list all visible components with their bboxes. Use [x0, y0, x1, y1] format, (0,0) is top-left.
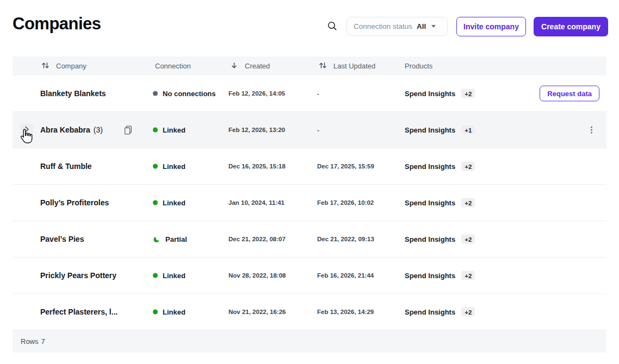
column-label: Created: [245, 62, 270, 70]
more-products-badge[interactable]: +1: [461, 125, 475, 135]
last-updated-date: Feb 16, 2026, 21:44: [317, 272, 374, 279]
more-products-badge[interactable]: +2: [461, 198, 475, 208]
connection-status: Linked: [153, 199, 185, 207]
row-menu-kebab-icon[interactable]: [587, 124, 596, 136]
connection-status: Linked: [153, 162, 185, 171]
filter-label: Connection status: [354, 22, 412, 30]
rows-count: 7: [41, 337, 45, 346]
more-products-badge[interactable]: +2: [461, 271, 475, 280]
created-date: Feb 12, 2026, 13:20: [228, 127, 285, 133]
created-date: Nov 28, 2022, 18:08: [228, 272, 286, 279]
status-label: Partial: [165, 235, 187, 243]
sort-both-icon[interactable]: [41, 61, 49, 71]
table-row[interactable]: Ruff & Tumble Linked Dec 16, 2025, 15:18…: [13, 148, 606, 185]
column-label: Last Updated: [333, 62, 375, 70]
created-date: Dec 16, 2025, 15:18: [228, 163, 286, 170]
connection-status: Partial: [153, 235, 187, 243]
connection-status: Linked: [153, 126, 185, 134]
created-date: Nov 21, 2022, 16:26: [228, 309, 286, 315]
products-cell: Spend Insights +2: [405, 235, 475, 244]
expand-row-button[interactable]: [20, 123, 33, 136]
gray-dot-icon: [153, 91, 158, 96]
search-icon: [327, 21, 337, 33]
table-footer: Rows 7: [13, 330, 606, 353]
connection-status: No connections: [153, 90, 216, 98]
column-header-products: Products: [405, 57, 432, 76]
last-updated-date: -: [317, 127, 319, 133]
last-updated-date: -: [317, 90, 319, 97]
more-products-badge[interactable]: +2: [461, 89, 475, 98]
more-products-badge[interactable]: +2: [461, 235, 475, 244]
companies-table: Company Connection Created L: [13, 57, 606, 353]
products-cell: Spend Insights +2: [405, 198, 475, 208]
status-label: Linked: [163, 199, 185, 207]
products-cell: Spend Insights +1: [405, 125, 475, 135]
product-label: Spend Insights: [405, 90, 455, 98]
last-updated-date: Feb 13, 2026, 14:29: [317, 309, 374, 315]
column-label: Products: [405, 62, 432, 70]
column-label: Connection: [155, 62, 191, 70]
company-name: Abra Kebabra(3): [40, 125, 103, 134]
created-date: Feb 12, 2026, 14:05: [228, 90, 285, 97]
create-company-button[interactable]: Create company: [534, 17, 608, 36]
last-updated-date: Feb 17, 2026, 10:02: [317, 199, 374, 206]
copy-icon[interactable]: [123, 125, 133, 135]
company-name: Ruff & Tumble: [40, 162, 92, 171]
connection-status: Linked: [153, 308, 185, 316]
green-dot-icon: [153, 164, 158, 169]
table-row[interactable]: Perfect Plasterers, l... Linked Nov 21, …: [13, 294, 606, 330]
green-crescent-icon: [153, 235, 160, 243]
product-label: Spend Insights: [405, 162, 455, 171]
green-dot-icon: [153, 128, 158, 133]
request-data-button[interactable]: Request data: [540, 86, 599, 102]
companies-page: Companies Connection status All Invite c…: [0, 0, 619, 364]
table-row[interactable]: Polly’s Profiteroles Linked Jan 10, 2024…: [13, 185, 606, 221]
products-cell: Spend Insights +2: [405, 307, 475, 317]
company-name: Blankety Blankets: [40, 89, 106, 98]
table-row[interactable]: Prickly Pears Pottery Linked Nov 28, 202…: [13, 258, 606, 294]
table-header-row: Company Connection Created L: [13, 57, 606, 76]
page-title: Companies: [13, 14, 101, 34]
linked-count: (3): [94, 125, 103, 134]
created-date: Dec 21, 2022, 08:07: [228, 236, 286, 242]
status-label: Linked: [163, 272, 185, 280]
column-label: Company: [56, 62, 86, 70]
connection-status-filter[interactable]: Connection status All: [346, 17, 448, 36]
table-row[interactable]: Blankety Blankets No connections Feb 12,…: [13, 76, 606, 112]
table-row[interactable]: Pavel’s Pies Partial Dec 21, 2022, 08:07…: [13, 221, 606, 258]
column-header-created[interactable]: Created: [230, 57, 270, 76]
invite-company-button[interactable]: Invite company: [456, 17, 526, 36]
green-dot-icon: [153, 200, 158, 205]
company-name: Pavel’s Pies: [40, 235, 84, 243]
chevron-down-icon: [431, 25, 436, 28]
product-label: Spend Insights: [405, 308, 455, 316]
connection-status: Linked: [153, 272, 185, 280]
status-label: Linked: [163, 126, 185, 134]
products-cell: Spend Insights +2: [405, 271, 475, 280]
sort-down-icon[interactable]: [230, 61, 238, 71]
created-date: Jan 10, 2024, 11:41: [228, 199, 284, 206]
more-products-badge[interactable]: +2: [461, 307, 475, 317]
status-label: Linked: [163, 308, 185, 316]
filter-value: All: [417, 22, 426, 30]
column-header-last-updated[interactable]: Last Updated: [319, 57, 375, 76]
more-products-badge[interactable]: +2: [461, 162, 475, 171]
green-dot-icon: [153, 310, 158, 315]
column-header-connection[interactable]: Connection: [155, 57, 191, 76]
chevron-right-icon: [24, 125, 29, 135]
rows-label: Rows: [21, 337, 39, 346]
product-label: Spend Insights: [405, 272, 455, 280]
product-label: Spend Insights: [405, 199, 455, 207]
product-label: Spend Insights: [405, 126, 455, 134]
last-updated-date: Dec 17, 2025, 15:59: [317, 163, 374, 170]
green-dot-icon: [153, 273, 158, 278]
table-row[interactable]: Abra Kebabra(3) Linked Feb 12, 2026, 13:…: [13, 112, 606, 148]
sort-both-icon[interactable]: [319, 61, 327, 71]
company-name: Prickly Pears Pottery: [40, 271, 116, 280]
products-cell: Spend Insights +2: [405, 89, 475, 98]
company-name: Polly’s Profiteroles: [40, 198, 109, 207]
search-button[interactable]: [325, 20, 338, 33]
status-label: Linked: [163, 162, 185, 171]
products-cell: Spend Insights +2: [405, 162, 475, 171]
column-header-company[interactable]: Company: [41, 57, 86, 76]
